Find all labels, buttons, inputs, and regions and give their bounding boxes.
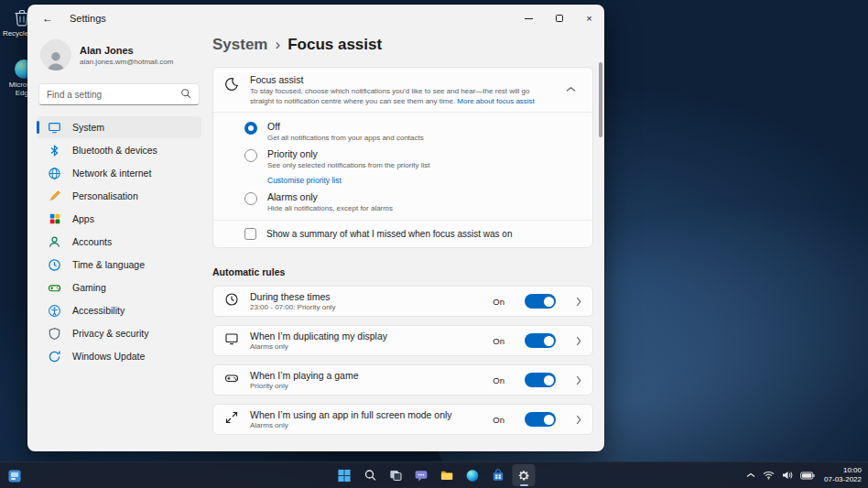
sidebar-item-gaming[interactable]: Gaming <box>37 277 201 298</box>
rule-duplicating-display[interactable]: When I’m duplicating my display Alarms o… <box>212 325 593 356</box>
customise-priority-list-link[interactable]: Customise priority list <box>267 176 429 185</box>
settings-button-active[interactable] <box>513 464 536 486</box>
search-icon <box>363 469 376 482</box>
sidebar-item-label: System <box>72 122 104 133</box>
user-account[interactable]: Alan Jones alan.jones.wm@hotmail.com <box>37 36 201 74</box>
taskbar-corner-widget-button[interactable] <box>6 468 22 483</box>
tray-chevron-up-icon[interactable] <box>746 472 755 478</box>
start-button[interactable] <box>333 464 356 486</box>
maximize-button[interactable] <box>544 5 574 32</box>
wifi-icon[interactable] <box>763 471 775 480</box>
clock-icon <box>224 292 239 310</box>
breadcrumb-parent[interactable]: System <box>212 36 267 54</box>
toggle-state-label: On <box>493 415 505 425</box>
sidebar-item-network-internet[interactable]: Network & internet <box>37 162 201 184</box>
option-description: Hide all notifications, except for alarm… <box>267 204 393 212</box>
sidebar-item-privacy-security[interactable]: Privacy & security <box>37 322 201 344</box>
sidebar-item-bluetooth-devices[interactable]: Bluetooth & devices <box>37 139 201 161</box>
task-view-button[interactable] <box>385 464 407 486</box>
focus-assist-header[interactable]: Focus assist To stay focused, choose whi… <box>213 68 592 112</box>
titlebar: ← Settings × <box>27 5 604 32</box>
option-off[interactable]: Off Get all notifications from your apps… <box>244 114 581 142</box>
fullscreen-arrows-icon <box>224 410 239 428</box>
chevron-right-icon[interactable] <box>576 415 581 425</box>
volume-icon[interactable] <box>782 471 793 480</box>
back-button[interactable]: ← <box>35 8 60 28</box>
toggle-state-label: On <box>493 375 505 385</box>
radio-selected-icon[interactable] <box>244 122 257 135</box>
scrollbar-thumb[interactable] <box>599 62 602 137</box>
shield-icon <box>48 327 61 341</box>
taskbar-center-icons <box>333 464 536 486</box>
toggle-switch[interactable] <box>525 373 556 387</box>
summary-checkbox-row[interactable]: Show a summary of what I missed when foc… <box>213 220 592 247</box>
rule-during-these-times[interactable]: During these times 23:00 - 07:00: Priori… <box>212 286 593 317</box>
chevron-up-icon[interactable] <box>560 80 581 96</box>
rule-full-screen-app[interactable]: When I’m using an app in full screen mod… <box>212 404 593 435</box>
toggle-switch[interactable] <box>525 294 556 309</box>
toggle-knob <box>544 336 554 346</box>
radio-icon[interactable] <box>244 149 257 162</box>
monitor-icon <box>224 331 239 350</box>
chevron-right-icon[interactable] <box>576 375 581 385</box>
sidebar-item-accounts[interactable]: Accounts <box>37 231 201 253</box>
radio-icon[interactable] <box>244 192 257 205</box>
toggle-knob <box>544 415 554 425</box>
minimize-button[interactable] <box>514 5 544 32</box>
sidebar-item-label: Network & internet <box>72 168 151 179</box>
option-label: Priority only <box>267 148 429 159</box>
search-box[interactable] <box>38 83 200 105</box>
sidebar-item-apps[interactable]: Apps <box>37 208 201 230</box>
update-icon <box>48 350 61 363</box>
sidebar-item-time-language[interactable]: Time & language <box>37 254 201 276</box>
option-priority-only[interactable]: Priority only See only selected notifica… <box>244 142 581 185</box>
store-bag-icon <box>492 469 505 483</box>
more-about-focus-assist-link[interactable]: More about focus assist <box>457 97 534 105</box>
scrollbar[interactable] <box>599 38 602 446</box>
chevron-right-icon[interactable] <box>576 336 581 346</box>
checkbox-icon[interactable] <box>244 228 256 240</box>
search-input[interactable] <box>47 90 180 100</box>
window-controls: × <box>514 5 604 32</box>
globe-icon <box>48 167 61 180</box>
widgets-icon <box>7 469 22 483</box>
breadcrumb-separator-icon: › <box>275 36 280 54</box>
rule-subtitle: Alarms only <box>250 342 482 351</box>
toggle-knob <box>544 297 554 307</box>
windows-start-icon <box>338 469 352 483</box>
rule-title: During these times <box>250 291 482 302</box>
rule-text: When I’m using an app in full screen mod… <box>250 409 482 430</box>
chevron-right-icon[interactable] <box>576 297 581 307</box>
toggle-switch[interactable] <box>525 412 556 427</box>
sidebar-item-label: Time & language <box>72 259 145 270</box>
close-button[interactable]: × <box>574 5 604 32</box>
chat-bubble-icon <box>415 469 429 483</box>
taskbar-search-button[interactable] <box>359 464 382 486</box>
toggle-switch[interactable] <box>525 333 556 348</box>
file-explorer-button[interactable] <box>436 464 459 486</box>
edge-button[interactable] <box>461 464 484 486</box>
sidebar-item-windows-update[interactable]: Windows Update <box>37 345 201 367</box>
sidebar-item-label: Windows Update <box>72 351 145 362</box>
sidebar-item-label: Apps <box>72 213 94 224</box>
sidebar-item-system[interactable]: System <box>37 116 201 138</box>
game-controller-icon <box>48 281 61 295</box>
page-title: Focus assist <box>288 36 382 54</box>
sidebar-item-personalisation[interactable]: Personalisation <box>37 185 201 207</box>
microsoft-store-button[interactable] <box>487 464 510 486</box>
chat-button[interactable] <box>410 464 433 486</box>
edge-icon <box>466 469 480 483</box>
battery-icon[interactable] <box>800 472 815 480</box>
rule-playing-game[interactable]: When I’m playing a game Priority only On <box>212 364 593 396</box>
option-description: Get all notifications from your apps and… <box>267 134 424 142</box>
option-alarms-only[interactable]: Alarms only Hide all notifications, exce… <box>244 185 581 212</box>
focus-assist-title: Focus assist <box>250 74 549 85</box>
folder-icon <box>440 469 454 483</box>
sidebar-item-label: Gaming <box>72 282 106 293</box>
rule-title: When I’m duplicating my display <box>250 331 482 342</box>
taskbar-clock[interactable]: 10:00 07-03-2022 <box>824 466 862 485</box>
main-content: System › Focus assist Focus assist To st… <box>211 32 604 451</box>
rule-text: During these times 23:00 - 07:00: Priori… <box>250 291 482 312</box>
sidebar-item-accessibility[interactable]: Accessibility <box>37 299 201 321</box>
rule-title: When I’m using an app in full screen mod… <box>250 409 482 420</box>
